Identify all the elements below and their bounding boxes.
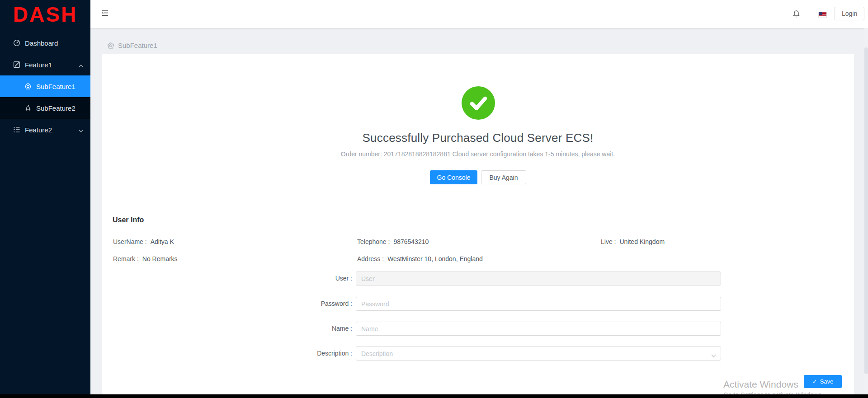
sidebar-item-dashboard[interactable]: Dashboard	[0, 32, 90, 54]
form-row-name: Name :	[102, 322, 854, 336]
sidebar: DASH Dashboard Feature1	[0, 0, 90, 398]
sidebar-item-label: Feature1	[25, 61, 79, 69]
vertical-scrollbar[interactable]	[864, 28, 868, 394]
live-field: Live :United Kingdom	[601, 238, 665, 245]
sidebar-item-label: Dashboard	[25, 39, 83, 47]
sidebar-item-label: Feature2	[25, 126, 79, 134]
name-input[interactable]	[356, 322, 721, 336]
breadcrumb[interactable]: SubFeature1	[107, 42, 157, 49]
field-value: No Remarks	[142, 255, 178, 262]
sidebar-item-label: SubFeature2	[36, 104, 83, 112]
user-input	[356, 272, 721, 286]
username-field: UserName :Aditya K	[113, 238, 174, 245]
sidebar-item-feature2[interactable]: Feature2	[0, 119, 90, 140]
success-check-icon	[462, 86, 495, 120]
sidebar-submenu-feature1: SubFeature1 SubFeature2	[0, 75, 90, 119]
screen-bottom-edge	[0, 394, 868, 398]
address-field: Address :WestMinster 10, London, England	[357, 255, 483, 262]
description-field-label: Description :	[102, 346, 352, 361]
form-row-password: Password :	[102, 297, 854, 311]
user-info-heading: User Info	[113, 216, 144, 224]
top-header: Login	[90, 0, 868, 28]
sidebar-item-label: SubFeature1	[36, 83, 83, 90]
content-card: Successfully Purchased Cloud Server ECS!…	[102, 54, 854, 398]
remark-field: Remark :No Remarks	[113, 255, 178, 262]
field-label: Remark :	[113, 255, 139, 262]
user-field-label: User :	[102, 272, 352, 286]
form-row-user: User :	[102, 272, 854, 286]
us-flag-icon[interactable]	[819, 12, 826, 17]
save-button-label: Save	[820, 378, 834, 385]
telephone-field: Telephone :9876543210	[357, 238, 429, 245]
description-select[interactable]	[356, 346, 721, 361]
field-label: Address :	[357, 255, 384, 262]
edit-form-icon	[13, 61, 20, 68]
sidebar-menu: Dashboard Feature1	[0, 29, 90, 140]
sidebar-item-feature1[interactable]: Feature1	[0, 54, 90, 75]
pentagon-icon	[107, 42, 114, 49]
breadcrumb-label: SubFeature1	[118, 42, 157, 49]
chevron-down-icon	[79, 126, 83, 134]
result-title: Successfully Purchased Cloud Server ECS!	[102, 131, 854, 145]
field-value: 9876543210	[393, 238, 429, 245]
scrollbar-thumb[interactable]	[864, 47, 868, 374]
password-input[interactable]	[356, 297, 721, 311]
chevron-up-icon	[79, 61, 83, 69]
main-content: SubFeature1 Successfully Purchased Cloud…	[90, 28, 868, 398]
field-label: UserName :	[113, 238, 147, 245]
field-label: Telephone :	[357, 238, 390, 245]
field-label: Live :	[601, 238, 616, 245]
app-logo[interactable]: DASH	[0, 0, 90, 29]
sidebar-item-subfeature1[interactable]: SubFeature1	[0, 75, 90, 97]
menu-fold-icon[interactable]	[101, 9, 108, 16]
save-button[interactable]: ✓ Save	[804, 375, 842, 388]
go-console-button[interactable]: Go Console	[430, 170, 478, 184]
field-value: Aditya K	[151, 238, 174, 245]
field-value: WestMinster 10, London, England	[387, 255, 483, 262]
pentagon-icon	[24, 83, 32, 90]
login-button[interactable]: Login	[835, 7, 864, 20]
name-field-label: Name :	[102, 322, 352, 336]
sidebar-item-subfeature2[interactable]: SubFeature2	[0, 97, 90, 119]
ordered-list-icon	[13, 126, 20, 133]
password-field-label: Password :	[102, 297, 352, 311]
result-subtitle: Order number: 2017182818828182881 Cloud …	[102, 150, 854, 158]
check-icon: ✓	[812, 378, 817, 385]
app-window: DASH Dashboard Feature1	[0, 0, 868, 398]
alarm-bell-icon	[24, 104, 32, 112]
notification-bell-icon[interactable]	[793, 10, 800, 18]
activate-windows-watermark: Activate Windows	[723, 379, 798, 390]
dashboard-gauge-icon	[13, 39, 20, 47]
form-row-description: Description :	[102, 346, 854, 361]
buy-again-button[interactable]: Buy Again	[481, 170, 526, 184]
field-value: United Kingdom	[619, 238, 665, 245]
result-actions: Go Console Buy Again	[102, 170, 854, 184]
